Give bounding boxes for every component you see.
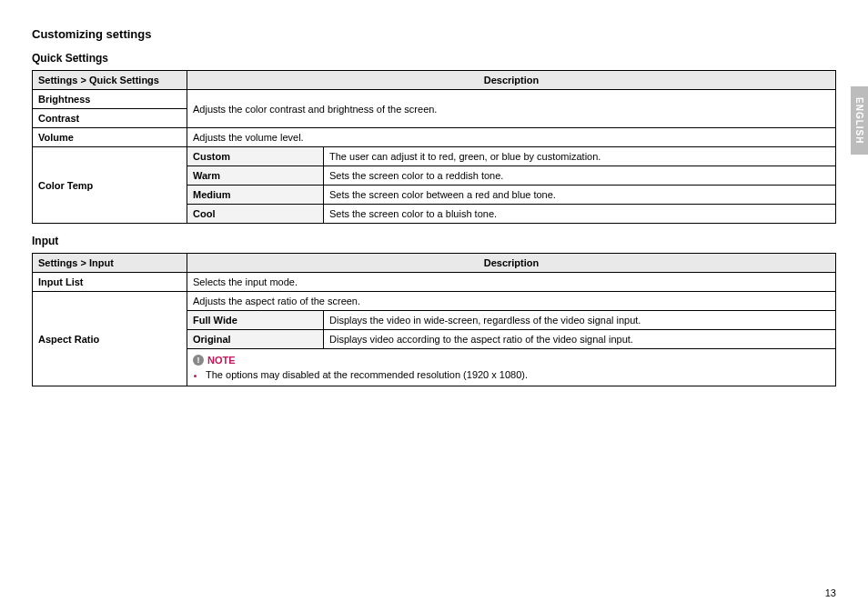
row-brightness-desc: Adjusts the color contrast and brightnes…	[187, 90, 836, 128]
ct-medium-desc: Sets the screen color between a red and …	[324, 186, 836, 205]
row-color-temp: Color Temp	[33, 147, 187, 224]
page-title: Customizing settings	[32, 27, 836, 41]
quick-settings-table: Settings > Quick Settings Description Br…	[32, 70, 836, 224]
aspect-ratio-note: ! NOTE The options may disabled at the r…	[187, 349, 836, 386]
language-tab: ENGLISH	[851, 86, 868, 155]
quick-settings-heading: Quick Settings	[32, 52, 836, 65]
ct-cool-label: Cool	[187, 205, 324, 224]
alert-icon: !	[193, 355, 204, 366]
ar-original-label: Original	[187, 330, 324, 349]
page-number: 13	[825, 587, 836, 598]
ct-medium-label: Medium	[187, 186, 324, 205]
ct-custom-label: Custom	[187, 147, 324, 166]
col-header-desc: Description	[187, 71, 836, 90]
row-volume-desc: Adjusts the volume level.	[187, 128, 836, 147]
row-input-list-desc: Selects the input mode.	[187, 273, 836, 292]
ar-fullwide-desc: Displays the video in wide-screen, regar…	[324, 311, 836, 330]
ar-fullwide-label: Full Wide	[187, 311, 324, 330]
input-table: Settings > Input Description Input List …	[32, 253, 836, 386]
row-brightness: Brightness	[33, 90, 187, 109]
col-header-path: Settings > Quick Settings	[33, 71, 187, 90]
note-label: NOTE	[207, 355, 236, 366]
ct-cool-desc: Sets the screen color to a bluish tone.	[324, 205, 836, 224]
row-contrast: Contrast	[33, 109, 187, 128]
col-header-path: Settings > Input	[33, 254, 187, 273]
ct-warm-desc: Sets the screen color to a reddish tone.	[324, 166, 836, 186]
ct-warm-label: Warm	[187, 166, 324, 186]
row-input-list: Input List	[33, 273, 187, 292]
note-text: The options may disabled at the recommen…	[206, 369, 830, 380]
row-volume: Volume	[33, 128, 187, 147]
row-aspect-ratio: Aspect Ratio	[33, 292, 187, 386]
input-heading: Input	[32, 235, 836, 247]
ar-original-desc: Displays video according to the aspect r…	[324, 330, 836, 349]
ct-custom-desc: The user can adjust it to red, green, or…	[324, 147, 836, 166]
row-aspect-desc: Adjusts the aspect ratio of the screen.	[187, 292, 836, 311]
col-header-desc: Description	[187, 254, 836, 273]
